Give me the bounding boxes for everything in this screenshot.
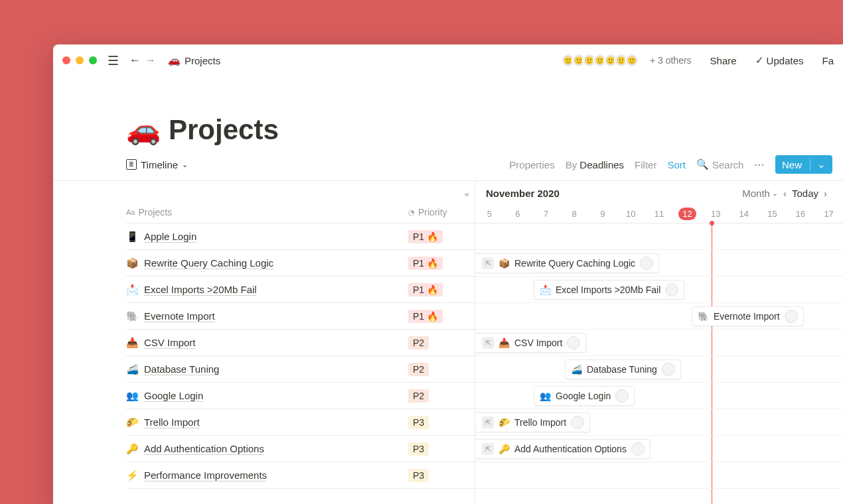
- table-row[interactable]: 👥Google LoginP2: [126, 383, 475, 409]
- priority-column-header[interactable]: ◔ Priority: [408, 207, 475, 218]
- today-button[interactable]: Today: [792, 188, 818, 199]
- projects-column-header[interactable]: Aa Projects: [126, 207, 408, 218]
- more-menu-button[interactable]: ···: [754, 159, 765, 170]
- timeline-bar[interactable]: ⇱🌮Trello Import: [475, 412, 590, 432]
- next-period-button[interactable]: ›: [824, 188, 827, 199]
- timeline-row[interactable]: [475, 223, 843, 250]
- timeline-row[interactable]: 📩Excel Imports >20Mb Fail: [475, 277, 843, 303]
- priority-cell[interactable]: P1 🔥: [408, 310, 475, 323]
- filter-button[interactable]: Filter: [635, 159, 656, 170]
- project-name-cell[interactable]: 🐘Evernote Import: [126, 310, 408, 322]
- day-header-cell[interactable]: 9: [588, 209, 617, 219]
- priority-cell[interactable]: P3: [408, 469, 475, 482]
- day-header-cell[interactable]: 10: [617, 209, 645, 219]
- assignee-avatar: [640, 257, 653, 270]
- timeline-bar[interactable]: 👥Google Login: [534, 386, 635, 406]
- page-title-text[interactable]: Projects: [169, 114, 279, 146]
- timeline-row[interactable]: ⇱📦Rewrite Query Caching Logic: [475, 250, 843, 277]
- scale-dropdown[interactable]: Month ⌄: [742, 188, 778, 199]
- group-by-label[interactable]: By Deadlines: [566, 159, 624, 170]
- titlebar: ☰ ← → 🚗 Projects 🙂 🙂 🙂 🙂 🙂 🙂 🙂 + 3 other…: [53, 44, 843, 76]
- open-page-icon[interactable]: ⇱: [482, 257, 494, 269]
- priority-cell[interactable]: P1 🔥: [408, 230, 475, 243]
- day-header-cell[interactable]: 11: [645, 209, 674, 219]
- timeline-bar[interactable]: 🐘Evernote Import: [692, 306, 804, 326]
- forward-button[interactable]: →: [145, 54, 156, 67]
- priority-cell[interactable]: P2: [408, 389, 475, 403]
- priority-cell[interactable]: P1 🔥: [408, 283, 475, 296]
- breadcrumb[interactable]: 🚗 Projects: [168, 54, 220, 66]
- table-row[interactable]: 📱Apple LoginP1 🔥: [126, 223, 475, 250]
- timeline-bar[interactable]: ⇱🔑Add Authentication Options: [475, 439, 651, 459]
- day-header-cell[interactable]: 6: [504, 209, 532, 219]
- collaborator-avatars[interactable]: 🙂 🙂 🙂 🙂 🙂 🙂 🙂: [561, 53, 639, 68]
- project-name-cell[interactable]: 🌮Trello Import: [126, 416, 408, 428]
- others-count[interactable]: + 3 others: [650, 55, 692, 66]
- open-page-icon[interactable]: ⇱: [482, 416, 494, 428]
- menu-icon[interactable]: ☰: [108, 53, 119, 68]
- timeline-bar[interactable]: ⇱📦Rewrite Query Caching Logic: [475, 253, 659, 273]
- properties-button[interactable]: Properties: [509, 159, 554, 170]
- project-name-cell[interactable]: 🚄Database Tuning: [126, 363, 408, 375]
- open-page-icon[interactable]: ⇱: [482, 337, 494, 349]
- table-row[interactable]: 📩Excel Imports >20Mb FailP1 🔥: [126, 277, 475, 303]
- sort-button[interactable]: Sort: [667, 159, 686, 170]
- page-header: 🚗 Projects: [53, 76, 843, 146]
- project-name-cell[interactable]: 👥Google Login: [126, 390, 408, 402]
- table-row[interactable]: 🔑Add Authentication OptionsP3: [126, 436, 475, 462]
- day-header-cell[interactable]: 13: [702, 209, 730, 219]
- priority-cell[interactable]: P1 🔥: [408, 257, 475, 270]
- timeline-row[interactable]: ⇱🌮Trello Import: [475, 409, 843, 436]
- table-row[interactable]: 🌮Trello ImportP3: [126, 409, 475, 436]
- day-header-cell[interactable]: 17: [814, 209, 843, 219]
- chevron-down-icon[interactable]: ⌄: [810, 158, 826, 170]
- day-header-cell[interactable]: 5: [475, 209, 504, 219]
- day-header-cell[interactable]: 14: [729, 209, 758, 219]
- day-header-cell[interactable]: 12: [673, 209, 702, 219]
- page-icon[interactable]: 🚗: [126, 113, 161, 146]
- close-window-button[interactable]: [62, 56, 70, 64]
- share-button[interactable]: Share: [710, 55, 737, 66]
- day-header-cell[interactable]: 15: [758, 209, 787, 219]
- project-name-cell[interactable]: 📥CSV Import: [126, 337, 408, 349]
- maximize-window-button[interactable]: [89, 56, 97, 64]
- view-selector[interactable]: ≣ Timeline ⌄: [126, 159, 188, 170]
- back-button[interactable]: ←: [129, 54, 141, 67]
- timeline-row[interactable]: 👥Google Login: [475, 383, 843, 409]
- collapse-sidebar-button[interactable]: «: [465, 189, 469, 199]
- table-row[interactable]: 📥CSV ImportP2: [126, 330, 475, 356]
- project-name-cell[interactable]: 📩Excel Imports >20Mb Fail: [126, 284, 408, 296]
- day-header-cell[interactable]: 16: [787, 209, 815, 219]
- timeline-row[interactable]: ⇱🔑Add Authentication Options: [475, 436, 843, 462]
- project-name-cell[interactable]: ⚡Performance Improvements: [126, 470, 408, 481]
- open-page-icon[interactable]: ⇱: [482, 443, 494, 455]
- select-property-icon: ◔: [408, 208, 415, 217]
- timeline-bar[interactable]: ⇱📥CSV Import: [475, 333, 586, 353]
- timeline-row[interactable]: [475, 462, 843, 489]
- minimize-window-button[interactable]: [76, 56, 84, 64]
- priority-cell[interactable]: P3: [408, 442, 475, 456]
- timeline-row[interactable]: 🚄Database Tuning: [475, 356, 843, 383]
- project-name-cell[interactable]: 📦Rewrite Query Caching Logic: [126, 257, 408, 269]
- table-row[interactable]: 📦Rewrite Query Caching LogicP1 🔥: [126, 250, 475, 277]
- day-header-cell[interactable]: 8: [560, 209, 589, 219]
- table-row[interactable]: ⚡Performance ImprovementsP3: [126, 462, 475, 489]
- project-name-cell[interactable]: 📱Apple Login: [126, 231, 408, 243]
- timeline-bar[interactable]: 🚄Database Tuning: [565, 359, 681, 379]
- table-row[interactable]: 🚄Database TuningP2: [126, 356, 475, 383]
- updates-button[interactable]: ✓ Updates: [755, 54, 804, 66]
- day-header-cell[interactable]: 7: [532, 209, 560, 219]
- timeline-row[interactable]: ⇱📥CSV Import: [475, 330, 843, 356]
- project-icon: 👥: [126, 390, 139, 402]
- search-button[interactable]: 🔍 Search: [696, 158, 744, 170]
- table-row[interactable]: 🐘Evernote ImportP1 🔥: [126, 303, 475, 330]
- favorite-button[interactable]: Fa: [822, 55, 834, 66]
- priority-cell[interactable]: P3: [408, 416, 475, 429]
- timeline-row[interactable]: 🐘Evernote Import: [475, 303, 843, 330]
- priority-cell[interactable]: P2: [408, 336, 475, 349]
- new-button[interactable]: New ⌄: [775, 155, 832, 174]
- timeline-bar[interactable]: 📩Excel Imports >20Mb Fail: [534, 280, 684, 300]
- prev-period-button[interactable]: ‹: [783, 188, 787, 199]
- project-name-cell[interactable]: 🔑Add Authentication Options: [126, 443, 408, 455]
- priority-cell[interactable]: P2: [408, 363, 475, 376]
